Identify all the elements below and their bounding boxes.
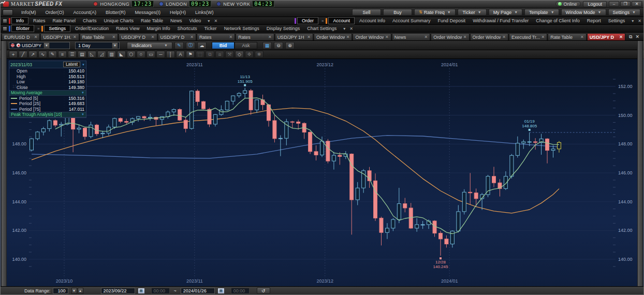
info-item-rate-panel[interactable]: Rate Panel xyxy=(49,18,80,24)
tab-order-window[interactable]: Order Window✕ xyxy=(470,33,508,40)
tab-close-icon[interactable]: ✕ xyxy=(502,35,506,39)
range-up-icon[interactable]: ▲ xyxy=(78,288,83,294)
tab-settings[interactable]: Settings xyxy=(44,25,70,32)
section-peak-trough-analysis-10[interactable]: Peak Trough Analysis [10]▼ xyxy=(9,112,86,117)
tab-usd-jpy-d[interactable]: USD/JPY D✕ xyxy=(587,33,625,40)
extended-line-icon[interactable]: ↗ xyxy=(28,51,37,58)
eraser-icon[interactable]: ◇ xyxy=(235,51,244,58)
blotter-chevron-icon[interactable]: » xyxy=(37,26,39,31)
fan-lines-icon[interactable]: ◺ xyxy=(87,51,96,58)
from-date-input[interactable]: 2023/09/22 xyxy=(101,288,135,294)
vertical-line-icon[interactable]: │ xyxy=(166,51,175,58)
account-strip-controls[interactable]: ▾✕ xyxy=(632,19,641,23)
tab-usd-jpy-d[interactable]: USD/JPY D✕ xyxy=(119,33,157,40)
info-item-rates[interactable]: Rates xyxy=(30,18,49,24)
my-page-button[interactable]: My Page▼ xyxy=(489,9,522,16)
fib-fan-icon[interactable]: ◣ xyxy=(117,51,126,58)
period-select[interactable]: 1 Day ▼ xyxy=(75,42,120,49)
latest-button[interactable]: Latest xyxy=(63,62,80,67)
info-strip-controls[interactable]: ▾✕ xyxy=(208,19,217,23)
gann-fan-icon[interactable]: ◿ xyxy=(97,51,106,58)
tab-rates[interactable]: Rates✕ xyxy=(236,33,274,40)
chart-area[interactable]: 152.00152.00150.00150.00148.00148.00146.… xyxy=(1,59,643,286)
menu-links-w[interactable]: Links(W) xyxy=(191,9,218,16)
section-collapse-icon[interactable]: ▼ xyxy=(81,91,84,94)
tab-rates[interactable]: Rates✕ xyxy=(197,33,235,40)
settings-item-chart-settings[interactable]: Chart Settings xyxy=(303,25,340,32)
tab-news[interactable]: News✕ xyxy=(392,33,430,40)
menu-help-h[interactable]: Help(H) xyxy=(166,9,190,16)
restore-icon[interactable]: ❐ xyxy=(620,1,631,7)
tab-blotter[interactable]: Blotter xyxy=(11,25,34,32)
tab-close-icon[interactable]: ✕ xyxy=(229,35,233,39)
to-calendar-icon[interactable]: ▦ xyxy=(217,288,225,294)
info-item-rate-table[interactable]: Rate Table xyxy=(137,18,167,24)
window-mode-button[interactable]: Window Mode▼ xyxy=(561,9,606,16)
fib-retracement-icon[interactable]: ▥ xyxy=(107,51,116,58)
info-circle-icon[interactable]: ⓘ xyxy=(186,42,195,49)
rectangle-icon[interactable]: ▭ xyxy=(147,51,155,58)
restore-window-icon[interactable]: ⧉ xyxy=(629,34,632,40)
settings-item-network-settings[interactable]: Network Settings xyxy=(221,25,263,32)
ellipse-icon[interactable]: ○ xyxy=(137,51,145,58)
cloud-icon[interactable]: ☁ xyxy=(197,42,207,49)
menu-order-o[interactable]: Order(O) xyxy=(41,9,68,16)
to-date-input[interactable]: 2024/01/26 xyxy=(181,288,215,294)
account-item-account-info[interactable]: Account Info xyxy=(356,18,389,24)
buy-button[interactable]: Buy xyxy=(383,9,412,16)
blotter-strip-controls[interactable]: ▾✕ xyxy=(343,26,353,31)
tab-rate-table[interactable]: Rate Table✕ xyxy=(80,33,118,40)
tab-close-icon[interactable]: ✕ xyxy=(463,35,467,39)
tab-usd-jpy-1h[interactable]: USD/JPY 1H✕ xyxy=(275,33,313,40)
settings-button[interactable]: Settings▼ xyxy=(608,9,640,16)
settings-item-shortcuts[interactable]: Shortcuts xyxy=(173,25,200,32)
zoom-out-icon[interactable]: ⊖ xyxy=(274,42,283,49)
account-item-account-summary[interactable]: Account Summary xyxy=(389,18,434,24)
info-item-unique-charts[interactable]: Unique Charts xyxy=(100,18,138,24)
tab-close-icon[interactable]: ✕ xyxy=(580,35,584,39)
tab-close-icon[interactable]: ✕ xyxy=(424,35,428,39)
info-item-news[interactable]: News xyxy=(167,18,186,24)
tab-close-icon[interactable]: ✕ xyxy=(73,35,77,39)
tab-info[interactable]: Info xyxy=(11,17,28,24)
trendline-icon[interactable]: ╱ xyxy=(19,51,27,58)
period-dropdown-icon[interactable]: ▼ xyxy=(112,42,118,49)
bid-button[interactable]: Bid xyxy=(212,42,235,49)
close-all-icon[interactable]: ✕ xyxy=(635,34,639,40)
tab-close-icon[interactable]: ✕ xyxy=(34,35,38,39)
info-item-charts[interactable]: Charts xyxy=(79,18,100,24)
chart-style-icon[interactable]: ▦ xyxy=(262,42,272,49)
account-item-withdrawal-fund-transfer[interactable]: Withdrawal / Fund Transfer xyxy=(469,18,532,24)
candlestick-chart[interactable]: 152.00152.00150.00150.00148.00148.00146.… xyxy=(1,59,644,286)
tab-order[interactable]: Order xyxy=(297,17,318,24)
price-lines-icon[interactable]: ☰ xyxy=(68,51,77,58)
polygon-icon[interactable]: ⬡ xyxy=(127,51,136,58)
reset-range-button[interactable]: ↺ xyxy=(257,287,270,294)
section-moving-average[interactable]: Moving Average▼ xyxy=(9,90,86,96)
tab-close-icon[interactable]: ✕ xyxy=(112,35,115,39)
menu-blotter-r[interactable]: Blotter(R) xyxy=(101,9,130,16)
tab-order-window[interactable]: Order Window✕ xyxy=(314,33,352,40)
menu-messages-i[interactable]: Messages(I) xyxy=(131,9,165,16)
tab-close-icon[interactable]: ✕ xyxy=(619,35,623,39)
tab-close-icon[interactable]: ✕ xyxy=(385,35,389,39)
account-item-fund-deposit[interactable]: Fund Deposit xyxy=(434,18,470,24)
pattern-icon[interactable]: ▤ xyxy=(78,51,86,58)
tab-eur-usd-d[interactable]: EUR/USD D✕ xyxy=(2,33,40,40)
draw-pencil-icon[interactable]: ✎ xyxy=(174,42,184,49)
tab-rate-table[interactable]: Rate Table✕ xyxy=(548,33,586,40)
account-item-settings[interactable]: Settings xyxy=(605,18,629,24)
tab-order-window[interactable]: Order Window✕ xyxy=(431,33,469,40)
tab-usd-jpy-d[interactable]: USD/JPY D✕ xyxy=(158,33,196,40)
tab-close-icon[interactable]: ✕ xyxy=(151,35,155,39)
rate-freq-button[interactable]: ⇅Rate Freq▼ xyxy=(414,9,456,16)
menu-account-a[interactable]: Account(A) xyxy=(69,9,101,16)
account-item-report[interactable]: Report xyxy=(583,18,605,24)
tab-close-icon[interactable]: ✕ xyxy=(268,35,272,39)
text-icon[interactable]: A xyxy=(176,51,185,58)
tab-account[interactable]: Account xyxy=(328,17,355,24)
tab-close-icon[interactable]: ✕ xyxy=(541,35,545,39)
section-collapse-icon[interactable]: ▼ xyxy=(81,113,84,116)
tab-close-icon[interactable]: ✕ xyxy=(307,35,311,39)
data-range-input[interactable]: 100 xyxy=(53,288,68,294)
